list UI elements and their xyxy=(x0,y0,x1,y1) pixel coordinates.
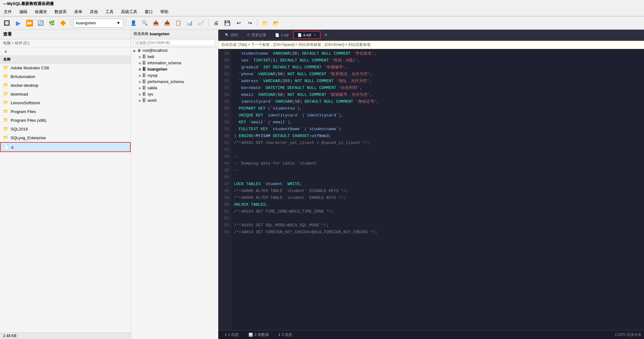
folder-docker[interactable]: 📁 docker-desktop xyxy=(0,81,131,90)
toolbar-btn-15[interactable]: ↩ xyxy=(234,18,244,28)
bottom-tab-info[interactable]: ℹ 1 信息 xyxy=(221,331,243,339)
toolbar-sep-4 xyxy=(257,19,258,27)
db-item-performance-schema[interactable]: ⊕ 🗄 performance_schema xyxy=(131,79,218,85)
menu-other[interactable]: 其他 xyxy=(89,8,99,15)
toolbar-btn-6[interactable]: 🔶 xyxy=(58,18,68,28)
expand-icon: ⊕ xyxy=(138,74,141,77)
tab-asql[interactable]: 📄 a.sql ✕ xyxy=(293,31,320,39)
toolbar-sep-2 xyxy=(126,19,126,27)
database-selector[interactable]: kuangshen ▼ xyxy=(73,19,123,27)
toolbar-btn-17[interactable]: 📁 xyxy=(260,18,270,28)
menu-advanced-tools[interactable]: 高级工具 xyxy=(120,8,138,15)
bottom-tab-tabledata-label: 2 表数据 xyxy=(254,332,269,337)
menu-window[interactable]: 窗口 xyxy=(143,8,154,15)
toolbar-btn-11[interactable]: 📊 xyxy=(185,18,195,28)
db-icon: 🗄 xyxy=(142,73,146,78)
tab-add-button[interactable]: + xyxy=(321,31,331,40)
db-icon: 🗄 xyxy=(142,80,146,84)
tab-1sql[interactable]: 📄 1.sql xyxy=(271,31,293,39)
toolbar-btn-9[interactable]: 📥 xyxy=(162,18,172,28)
toolbar-btn-3[interactable]: ⏩ xyxy=(24,18,34,28)
toolbar-btn-2[interactable]: ▶ xyxy=(13,18,23,28)
code-content[interactable]: `studentname` VARCHAR(20) DEFAULT NULL C… xyxy=(231,49,644,330)
menu-table[interactable]: 表单 xyxy=(73,8,84,15)
toolbar-btn-7[interactable]: 🔍 xyxy=(140,18,150,28)
toolbar-sep-3 xyxy=(208,19,209,27)
db-filter-input[interactable] xyxy=(133,40,215,46)
db-item-sakila[interactable]: ⊕ 🗄 sakila xyxy=(131,85,218,91)
db-filter-input-container xyxy=(131,38,218,47)
db-item-kuangshen[interactable]: ⊕ 🗄 kuangshen xyxy=(131,66,218,72)
info2-icon: ℹ xyxy=(279,333,280,337)
menu-edit[interactable]: 编辑 xyxy=(18,8,29,15)
tab-history[interactable]: ⏱ 历史记录 xyxy=(243,31,270,39)
sql-editor-area: 🔍 词问 ⏱ 历史记录 📄 1.sql 📄 a.sql ✕ + xyxy=(218,30,644,339)
toolbar-btn-1[interactable]: 🔲 xyxy=(2,18,12,28)
toolbar-btn-5[interactable]: 🌿 xyxy=(47,18,57,28)
db-icon: 🗄 xyxy=(142,98,146,103)
folder-icon: 📁 xyxy=(3,91,9,97)
tab-1sql-label: 1.sql xyxy=(281,33,288,37)
folder-name: Program Files (x86) xyxy=(11,118,46,123)
bottom-tab-info2[interactable]: ℹ 3 信息 xyxy=(274,331,297,339)
db-item-label: sakila xyxy=(148,86,157,90)
folder-name: SQL2019 xyxy=(11,127,28,131)
db-item-mysql[interactable]: ⊕ 🗄 mysql xyxy=(131,72,218,79)
folder-program-files[interactable]: 📁 Program Files xyxy=(0,107,131,116)
folder-name: LenovoSoftstore xyxy=(11,101,40,105)
expand-icon: ⊕ xyxy=(138,93,141,96)
tab-history-label: 历史记录 xyxy=(251,32,266,38)
sort-button[interactable]: ∧ xyxy=(3,49,8,54)
expand-icon: ⊕ xyxy=(138,55,141,59)
menu-tools[interactable]: 工具 xyxy=(104,8,115,15)
tab-query[interactable]: 🔍 词问 xyxy=(221,31,242,39)
db-item-label: performance_schema xyxy=(148,80,184,84)
toolbar-btn-connect[interactable]: 👤 xyxy=(128,18,138,28)
menu-help[interactable]: 帮助 xyxy=(159,8,170,15)
menu-favorites[interactable]: 收藏夹 xyxy=(34,8,48,15)
toolbar-btn-12[interactable]: 📈 xyxy=(196,18,206,28)
toolbar-btn-13[interactable]: 🖨 xyxy=(211,18,221,28)
editor-bottom-tabs: ℹ 1 信息 📊 2 表数据 ℹ 3 信息 CSDN @泼水鱼 xyxy=(218,330,644,339)
db-item-label: mysql xyxy=(148,73,157,78)
toolbar-btn-16[interactable]: ↪ xyxy=(245,18,255,28)
db-item-beili[interactable]: ⊕ 🗄 beili xyxy=(131,54,218,60)
toolbar-btn-4[interactable]: 🔄 xyxy=(36,18,46,28)
tab-asql-label: a.sql xyxy=(303,33,311,37)
folder-brautomation[interactable]: 📁 BrAutomation xyxy=(0,72,131,81)
expand-icon: ⊕ xyxy=(138,99,141,102)
menu-file[interactable]: 文件 xyxy=(2,8,13,15)
file-a[interactable]: 📄 a xyxy=(0,142,131,152)
toolbar-btn-10[interactable]: 📋 xyxy=(173,18,183,28)
db-item-root[interactable]: ▶ 🖥 root@localhost xyxy=(131,47,218,54)
menu-database[interactable]: 数据库 xyxy=(53,8,68,15)
line-numbers: 2829303132 3334353637 3839404142 4344454… xyxy=(218,49,231,330)
bottom-tab-tabledata[interactable]: 📊 2 表数据 xyxy=(244,331,273,339)
db-item-label: beili xyxy=(148,55,154,59)
folder-sql2019[interactable]: 📁 SQL2019 xyxy=(0,125,131,133)
folder-adobe[interactable]: 📁 Adobe Illustrator CS6 xyxy=(0,63,131,72)
expand-icon: ⊕ xyxy=(138,68,141,71)
folder-download[interactable]: 📁 download xyxy=(0,90,131,98)
db-icon: 🗄 xyxy=(142,67,146,71)
toolbar-btn-14[interactable]: 💾 xyxy=(222,18,232,28)
db-item-information-schema[interactable]: ⊕ 🗄 information_schema xyxy=(131,60,218,66)
folder-program-files-x86[interactable]: 📁 Program Files (x86) xyxy=(0,116,131,125)
bottom-tab-info-label: 1 信息 xyxy=(228,332,239,337)
folder-name: download xyxy=(11,92,28,96)
db-item-sys[interactable]: ⊕ 🗄 sys xyxy=(131,91,218,97)
tab-asql-close[interactable]: ✕ xyxy=(314,33,316,37)
folder-sqlyog[interactable]: 📁 SQLyog_Enterprise xyxy=(0,133,131,142)
folder-lenovo[interactable]: 📁 LenovoSoftstore xyxy=(0,98,131,107)
code-editor[interactable]: 2829303132 3334353637 3839404142 4344454… xyxy=(218,49,644,330)
file-explorer-panel: 查看 电脑 > 软件 (D:) ∧ 名称 📁 Adobe Illustrator… xyxy=(0,30,131,339)
toolbar-btn-8[interactable]: 📤 xyxy=(151,18,161,28)
app-title: —MySQL最新教程通俗易懂 xyxy=(0,0,644,7)
expand-icon: ⊕ xyxy=(138,86,141,90)
tab-asql-icon: 📄 xyxy=(298,33,302,37)
db-filter-db: kuangshen xyxy=(150,32,169,36)
main-toolbar: 🔲 ▶ ⏩ 🔄 🌿 🔶 kuangshen ▼ 👤 🔍 📤 📥 📋 📊 📈 🖨 … xyxy=(0,17,644,30)
toolbar-btn-18[interactable]: 📂 xyxy=(271,18,281,28)
autocomplete-bar: 自动完成: [Tab]-> 下一个标签，[Ctrl+Space]-> 列出所有标… xyxy=(218,41,644,49)
db-item-world[interactable]: ⊕ 🗄 world xyxy=(131,97,218,104)
